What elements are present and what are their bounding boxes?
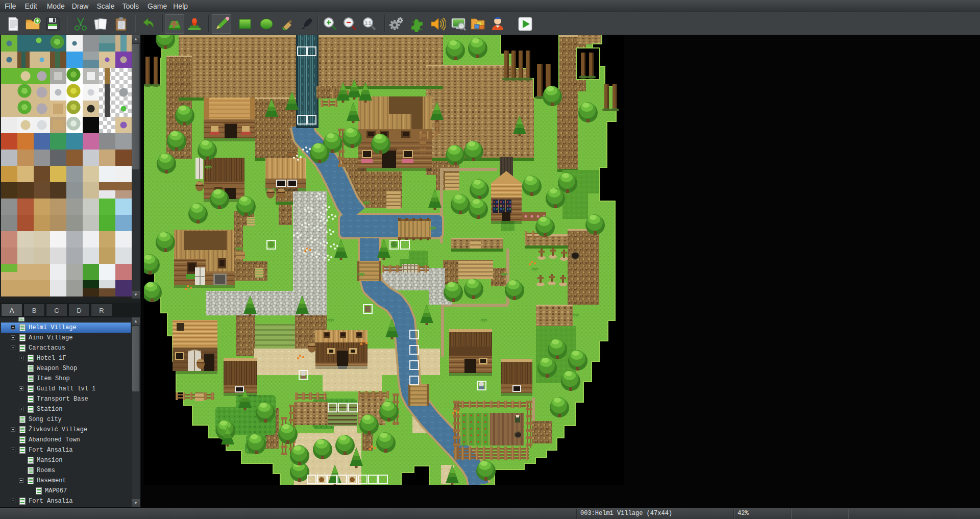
svg-text:1:1: 1:1	[365, 20, 372, 26]
